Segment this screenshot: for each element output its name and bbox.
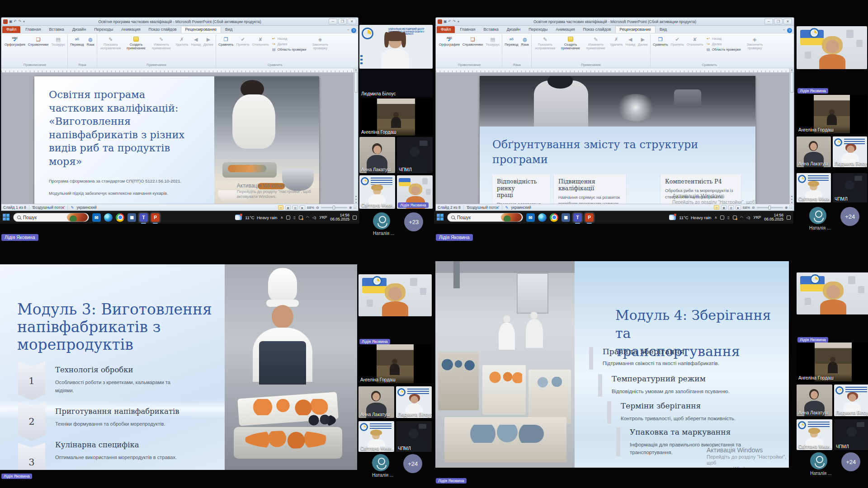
outlook-icon[interactable]: ✉	[92, 213, 101, 222]
video-tile[interactable]: Анна Лакатуш	[359, 137, 395, 173]
audio-participant[interactable]: Наталія ...	[373, 212, 394, 236]
zoom-out-icon[interactable]: ⊖	[316, 206, 319, 210]
reject-button[interactable]: ✘Отклонить	[686, 35, 704, 47]
hidden-icons-chevron[interactable]: ∧	[714, 216, 717, 220]
powerpoint-taskbar-icon[interactable]: P	[151, 213, 160, 222]
accept-button[interactable]: ✔Принять	[235, 35, 250, 47]
spelling-button[interactable]: ABC✔Орфография	[4, 35, 26, 47]
title-bar[interactable]: P ▣ ↶ ↷ ▼ Освітня програма часткових ква…	[436, 18, 794, 26]
translate-button[interactable]: aбПеревод	[504, 35, 519, 47]
video-tile[interactable]: Світлана Мики...	[797, 419, 832, 450]
spelling-button[interactable]: ABC✔Орфография	[438, 35, 461, 47]
new-comment-button[interactable]: Создать примечание	[558, 35, 583, 51]
weather-icon[interactable]	[669, 215, 676, 220]
network-icon[interactable]: ◠	[306, 216, 309, 220]
search-input[interactable]: Пошук	[447, 213, 523, 222]
video-tile[interactable]: Анна Лакатуш	[797, 385, 832, 416]
video-tile[interactable]: Світлана Мики...	[359, 421, 394, 452]
collapse-ribbon-icon[interactable]: ⌃	[347, 29, 349, 33]
thesaurus-button[interactable]: ▤Тезаурус	[485, 35, 500, 47]
compare-next-button[interactable]: ↪Далее	[705, 42, 742, 47]
clock[interactable]: 14:5606.05.2025	[764, 213, 783, 221]
close-button[interactable]: ✕	[348, 19, 356, 24]
next-comment-button[interactable]: ▶Далее	[637, 35, 649, 47]
view-sorter-button[interactable]: ▦	[721, 205, 726, 210]
view-slideshow-button[interactable]: ▶	[300, 205, 305, 210]
video-tile[interactable]: Ангеліна Гордаш	[359, 344, 432, 383]
video-tile[interactable]: Людмила Білоус	[834, 385, 868, 416]
previous-comment-button[interactable]: ◀Назад	[625, 35, 637, 47]
video-tile[interactable]: Людмила Білоус	[833, 136, 867, 167]
undo-icon[interactable]: ↶	[14, 19, 17, 23]
more-participants-badge[interactable]: +24	[840, 207, 859, 226]
delete-comment-button[interactable]: ✗Удалить	[609, 35, 624, 47]
edit-comment-button[interactable]: ✎Изменить примечание	[584, 35, 608, 51]
fit-to-window-icon[interactable]: ⛶	[354, 205, 356, 210]
compare-button[interactable]: ❐Сравнить	[652, 35, 669, 47]
show-markup-button[interactable]: ✎Показать исправления	[533, 35, 557, 51]
video-tile[interactable]: Ангеліна Гордаш	[797, 343, 868, 381]
tab-view[interactable]: Вид	[221, 26, 236, 33]
next-comment-button[interactable]: ▶Далее	[203, 35, 214, 47]
edge-icon[interactable]	[538, 213, 547, 222]
microphone-icon[interactable]: ▯	[727, 216, 729, 220]
volume-icon[interactable]: ◁)	[746, 216, 750, 220]
redo-icon[interactable]: ↷	[18, 19, 21, 23]
keyboard-language[interactable]: УКР	[753, 215, 761, 220]
weather-icon[interactable]	[235, 215, 242, 220]
reject-button[interactable]: ✘Отклонить	[251, 35, 270, 47]
tab-file[interactable]: Файл	[2, 26, 20, 33]
quick-access-toolbar[interactable]: P ▣ ↶ ↷ ▼	[1, 19, 56, 24]
save-icon[interactable]: ▣	[443, 19, 447, 23]
delete-comment-button[interactable]: ✗Удалить	[175, 35, 189, 47]
chrome-icon[interactable]	[550, 213, 558, 222]
zoom-in-icon[interactable]: ⊕	[349, 206, 352, 210]
video-tile[interactable]: Анна Лакатуш	[797, 136, 831, 167]
help-icon[interactable]: ?	[787, 28, 792, 33]
reviewing-pane-button[interactable]: ▤Область проверки	[271, 47, 307, 52]
zoom-in-icon[interactable]: ⊕	[785, 206, 788, 210]
calculator-icon[interactable]: ▦	[561, 213, 570, 222]
minimize-button[interactable]: ─	[764, 19, 773, 24]
tab-insert[interactable]: Вставка	[479, 26, 502, 33]
spellcheck-icon[interactable]: ✎	[71, 205, 74, 210]
video-tile[interactable]: ЧПМЛ	[397, 137, 433, 173]
thesaurus-button[interactable]: ▤Тезаурус	[50, 35, 66, 47]
language-status[interactable]: украинский	[76, 205, 96, 210]
view-normal-button[interactable]: ▭	[278, 205, 283, 210]
collapse-ribbon-icon[interactable]: ⌃	[783, 29, 785, 33]
tab-review[interactable]: Рецензирование	[615, 26, 656, 33]
tab-animation[interactable]: Анимация	[117, 26, 144, 33]
video-tile-speaker[interactable]	[797, 26, 867, 69]
tab-insert[interactable]: Вставка	[45, 26, 68, 33]
tab-animation[interactable]: Анимация	[552, 26, 579, 33]
compare-previous-button[interactable]: ↩Назад	[705, 36, 742, 41]
video-tile-speaker[interactable]: НАВЧАЛЬНО-МЕТОДИЧНИЙ ЦЕНТР ПРОФЕСІЙНО-ТЕ…	[359, 25, 433, 69]
save-icon[interactable]: ▣	[9, 19, 13, 23]
maximize-button[interactable]: ❐	[338, 19, 347, 24]
keyboard-language[interactable]: УКР	[319, 215, 327, 220]
view-reading-button[interactable]: ▥	[292, 205, 298, 210]
vertical-scrollbar[interactable]: ▲▲▼▼	[789, 68, 794, 204]
screen-share-icon[interactable]	[299, 216, 303, 220]
hidden-icons-chevron[interactable]: ∧	[280, 216, 283, 220]
search-input[interactable]: Пошук	[13, 213, 89, 222]
zoom-out-icon[interactable]: ⊖	[752, 206, 755, 210]
start-button[interactable]	[437, 214, 444, 221]
tab-transitions[interactable]: Переходы	[524, 26, 552, 33]
volume-icon[interactable]: ◁)	[312, 216, 316, 220]
video-tile[interactable]: ЧПМЛ	[396, 421, 432, 452]
tab-home[interactable]: Главная	[21, 26, 45, 33]
tab-slideshow[interactable]: Показ слайдов	[579, 26, 615, 33]
video-tile[interactable]: Світлана Мики...	[797, 173, 831, 202]
powerpoint-taskbar-icon[interactable]: P	[585, 213, 594, 222]
minimize-button[interactable]: ─	[329, 19, 337, 24]
maximize-button[interactable]: ❐	[774, 19, 783, 24]
video-tile-active-speaker[interactable]: Лідія Яковина	[397, 175, 433, 209]
help-icon[interactable]: ?	[351, 28, 356, 33]
tab-transitions[interactable]: Переходы	[90, 26, 117, 33]
show-markup-button[interactable]: ✎Показать исправления	[99, 35, 123, 51]
more-participants-badge[interactable]: +24	[841, 452, 860, 471]
video-tile[interactable]: Людмила Білоус	[359, 70, 433, 97]
end-review-button[interactable]: ◈Закончить проверку	[308, 35, 332, 51]
